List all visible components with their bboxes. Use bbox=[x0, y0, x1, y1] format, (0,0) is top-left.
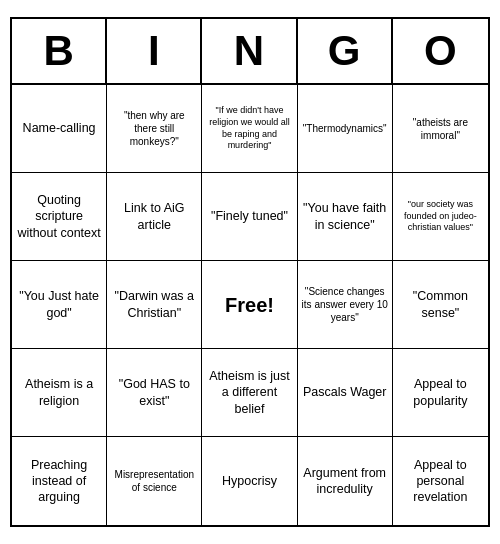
bingo-cell-23: Argument from incredulity bbox=[298, 437, 393, 525]
bingo-cell-17: Atheism is just a different belief bbox=[202, 349, 297, 437]
bingo-letter-i: I bbox=[107, 19, 202, 83]
bingo-letter-b: B bbox=[12, 19, 107, 83]
bingo-cell-7: "Finely tuned" bbox=[202, 173, 297, 261]
bingo-cell-12: Free! bbox=[202, 261, 297, 349]
bingo-cell-13: "Science changes its answer every 10 yea… bbox=[298, 261, 393, 349]
bingo-cell-5: Quoting scripture without context bbox=[12, 173, 107, 261]
bingo-cell-20: Preaching instead of arguing bbox=[12, 437, 107, 525]
bingo-cell-19: Appeal to popularity bbox=[393, 349, 488, 437]
bingo-cell-1: "then why are there still monkeys?" bbox=[107, 85, 202, 173]
bingo-grid: Name-calling"then why are there still mo… bbox=[12, 85, 488, 525]
bingo-cell-18: Pascals Wager bbox=[298, 349, 393, 437]
bingo-cell-15: Atheism is a religion bbox=[12, 349, 107, 437]
bingo-cell-2: "If we didn't have religion we would all… bbox=[202, 85, 297, 173]
bingo-cell-3: "Thermodynamics" bbox=[298, 85, 393, 173]
bingo-cell-9: "our society was founded on judeo-christ… bbox=[393, 173, 488, 261]
bingo-cell-4: "atheists are immoral" bbox=[393, 85, 488, 173]
bingo-cell-10: "You Just hate god" bbox=[12, 261, 107, 349]
bingo-cell-6: Link to AiG article bbox=[107, 173, 202, 261]
bingo-card: BINGO Name-calling"then why are there st… bbox=[10, 17, 490, 527]
bingo-header: BINGO bbox=[12, 19, 488, 85]
bingo-letter-g: G bbox=[298, 19, 393, 83]
bingo-letter-o: O bbox=[393, 19, 488, 83]
bingo-cell-24: Appeal to personal revelation bbox=[393, 437, 488, 525]
bingo-cell-16: "God HAS to exist" bbox=[107, 349, 202, 437]
bingo-cell-14: "Common sense" bbox=[393, 261, 488, 349]
bingo-letter-n: N bbox=[202, 19, 297, 83]
bingo-cell-11: "Darwin was a Christian" bbox=[107, 261, 202, 349]
bingo-cell-21: Misrepresentation of science bbox=[107, 437, 202, 525]
bingo-cell-22: Hypocrisy bbox=[202, 437, 297, 525]
bingo-cell-8: "You have faith in science" bbox=[298, 173, 393, 261]
bingo-cell-0: Name-calling bbox=[12, 85, 107, 173]
